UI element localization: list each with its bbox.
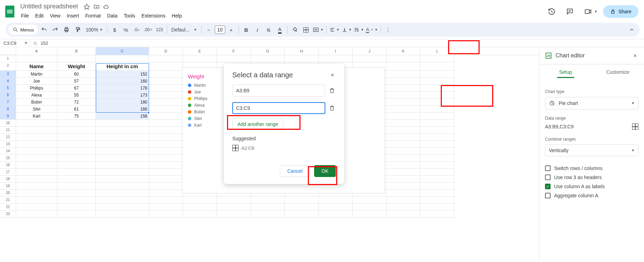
selection-handle[interactable] — [148, 112, 150, 114]
cell[interactable] — [57, 148, 96, 155]
cell[interactable] — [149, 106, 183, 113]
row-header[interactable]: 21 — [0, 197, 16, 204]
cell[interactable]: Joe — [16, 78, 57, 85]
cell[interactable] — [353, 55, 387, 62]
cell[interactable]: 60 — [57, 71, 96, 78]
row-header[interactable]: 12 — [0, 134, 16, 141]
cell[interactable]: 160 — [96, 78, 149, 85]
cell[interactable] — [420, 176, 454, 183]
cell[interactable] — [16, 148, 57, 155]
cell[interactable] — [217, 197, 251, 204]
cell[interactable] — [420, 169, 454, 176]
cell[interactable] — [16, 120, 57, 127]
cell[interactable] — [387, 92, 420, 99]
print-icon[interactable] — [61, 24, 72, 35]
row-header[interactable]: 22 — [0, 204, 16, 211]
row-header[interactable]: 17 — [0, 169, 16, 176]
cell[interactable] — [57, 197, 96, 204]
cell[interactable] — [420, 197, 454, 204]
menu-format[interactable]: Format — [83, 12, 104, 20]
cell[interactable]: 158 — [96, 113, 149, 120]
more-formats-button[interactable]: 123 — [154, 24, 165, 35]
tab-setup[interactable]: Setup — [539, 64, 592, 82]
cell[interactable] — [319, 55, 353, 62]
increase-decimal-button[interactable]: .00↗ — [143, 24, 154, 35]
cell[interactable] — [57, 120, 96, 127]
switch-rows-checkbox[interactable]: Switch rows / columns — [545, 165, 638, 171]
italic-button[interactable]: I — [252, 24, 263, 35]
cell[interactable] — [16, 127, 57, 134]
cell[interactable] — [251, 55, 285, 62]
cell[interactable]: 57 — [57, 78, 96, 85]
cell[interactable] — [387, 113, 420, 120]
col-header-E[interactable]: E — [183, 47, 217, 55]
cell[interactable] — [420, 211, 454, 218]
cell[interactable] — [251, 204, 285, 211]
cell[interactable] — [387, 106, 420, 113]
cell[interactable] — [353, 197, 387, 204]
cell[interactable] — [387, 134, 420, 141]
cell[interactable]: 152 — [96, 71, 149, 78]
cell[interactable] — [96, 211, 149, 218]
cell[interactable]: Karl — [16, 113, 57, 120]
cell[interactable] — [387, 197, 420, 204]
cell[interactable] — [96, 176, 149, 183]
row-header[interactable]: 14 — [0, 148, 16, 155]
cell[interactable] — [96, 134, 149, 141]
move-icon[interactable] — [93, 3, 100, 10]
cell[interactable] — [96, 162, 149, 169]
cell[interactable] — [420, 99, 454, 106]
cell[interactable] — [149, 176, 183, 183]
cell[interactable]: 180 — [96, 99, 149, 106]
cell[interactable] — [149, 148, 183, 155]
row-header[interactable]: 6 — [0, 92, 16, 99]
cell[interactable] — [319, 197, 353, 204]
cell[interactable] — [96, 183, 149, 190]
paint-format-icon[interactable] — [72, 24, 83, 35]
borders-button[interactable] — [301, 24, 311, 35]
cell[interactable]: 178 — [96, 85, 149, 92]
cell[interactable] — [387, 141, 420, 148]
doc-title[interactable]: Untitled spreadsheet — [18, 2, 80, 11]
cell[interactable] — [217, 211, 251, 218]
font-combo[interactable]: Defaul...▼ — [169, 25, 199, 35]
col-header-L[interactable]: L — [420, 47, 454, 55]
cell[interactable] — [420, 141, 454, 148]
row-header[interactable]: 13 — [0, 141, 16, 148]
cell[interactable] — [57, 55, 96, 62]
cell[interactable] — [96, 120, 149, 127]
cell[interactable] — [387, 183, 420, 190]
cell[interactable] — [149, 162, 183, 169]
row-header[interactable]: 10 — [0, 120, 16, 127]
cell[interactable] — [149, 204, 183, 211]
cell[interactable] — [420, 78, 454, 85]
cell[interactable] — [387, 162, 420, 169]
name-box[interactable]: C3:C9▼ — [0, 39, 30, 47]
cell[interactable] — [16, 141, 57, 148]
col-header-C[interactable]: C — [96, 47, 149, 55]
add-range-button[interactable]: Add another range — [232, 118, 283, 130]
menu-help[interactable]: Help — [169, 12, 185, 20]
select-all-corner[interactable] — [0, 47, 16, 55]
share-button[interactable]: Share — [603, 5, 638, 18]
cell[interactable] — [251, 197, 285, 204]
cell[interactable] — [285, 55, 319, 62]
cell[interactable] — [149, 169, 183, 176]
cell[interactable] — [96, 169, 149, 176]
sheets-logo[interactable] — [3, 5, 17, 19]
bold-button[interactable]: B — [241, 24, 252, 35]
cell[interactable] — [149, 155, 183, 162]
cell[interactable] — [353, 211, 387, 218]
cell[interactable]: Martin — [16, 71, 57, 78]
comments-icon[interactable] — [564, 5, 576, 18]
cell[interactable] — [149, 99, 183, 106]
select-range-icon[interactable] — [632, 123, 638, 130]
cell[interactable] — [387, 99, 420, 106]
cell[interactable] — [57, 190, 96, 197]
row-header[interactable]: 20 — [0, 190, 16, 197]
cell[interactable] — [57, 134, 96, 141]
cell[interactable] — [57, 204, 96, 211]
rotate-button[interactable]: A↗▼ — [365, 25, 378, 35]
cell[interactable] — [183, 204, 217, 211]
cell[interactable]: Bobin — [16, 99, 57, 106]
